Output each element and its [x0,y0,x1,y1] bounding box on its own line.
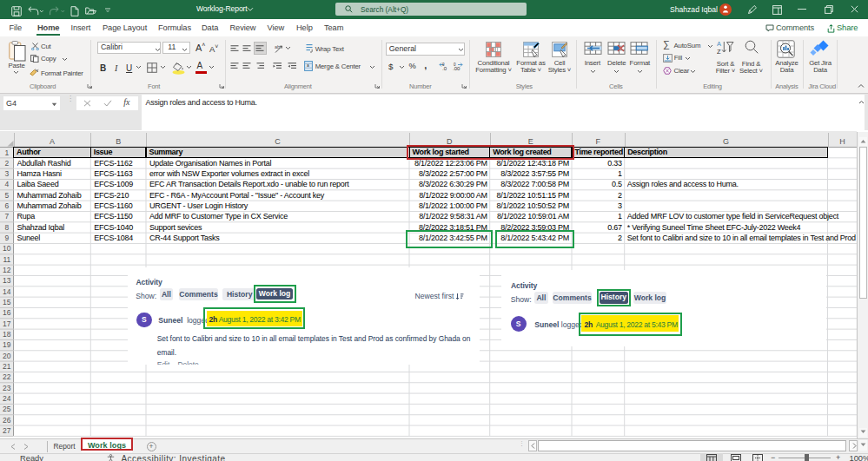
svg-text:a: a [307,63,309,68]
svg-text:ab: ab [275,43,280,49]
svg-text:Z: Z [717,48,721,56]
